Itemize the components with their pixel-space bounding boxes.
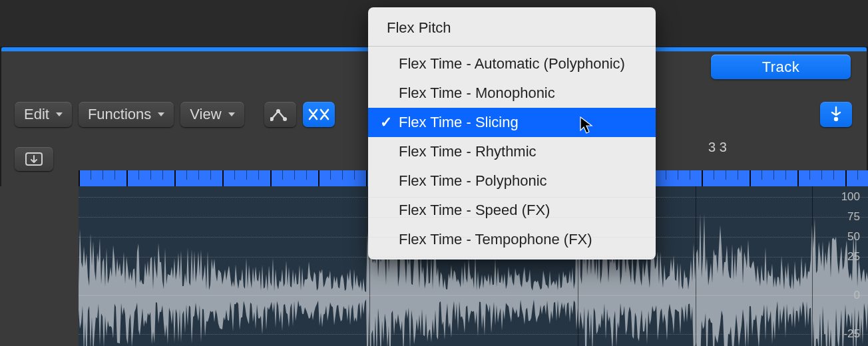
editor-toolbar: Edit Functions View: [15, 100, 335, 129]
gridline: [79, 295, 868, 296]
automation-icon[interactable]: [264, 102, 296, 127]
flex-menu-item[interactable]: Flex Time - Polyphonic: [368, 166, 656, 196]
gridline: [79, 237, 868, 238]
flex-menu-item[interactable]: Flex Time - Automatic (Polyphonic): [368, 49, 656, 79]
flex-menu-item[interactable]: Flex Time - Monophonic: [368, 79, 656, 108]
gridline: [79, 197, 868, 198]
flex-menu-item[interactable]: Flex Time - Tempophone (FX): [368, 225, 656, 254]
flex-icon[interactable]: [303, 102, 335, 127]
flex-menu-header[interactable]: Flex Pitch: [368, 13, 656, 43]
view-menu[interactable]: View: [180, 102, 244, 127]
flex-menu-item-selected[interactable]: Flex Time - Slicing: [368, 108, 656, 137]
catch-icon[interactable]: [820, 102, 852, 127]
edit-menu[interactable]: Edit: [15, 102, 72, 127]
menu-separator: [368, 46, 656, 47]
flex-mode-menu: Flex Pitch Flex Time - Automatic (Polyph…: [368, 7, 656, 260]
ruler-bar-label: 3 3: [708, 140, 727, 155]
flex-menu-item[interactable]: Flex Time - Speed (FX): [368, 196, 656, 225]
svg-point-1: [276, 109, 280, 113]
svg-point-2: [283, 117, 287, 121]
svg-point-3: [834, 117, 838, 121]
editor-toolbar-right: [820, 100, 852, 129]
gridline: [79, 257, 868, 258]
info-panel-toggle[interactable]: [15, 147, 53, 171]
gridline: [79, 217, 868, 218]
functions-menu[interactable]: Functions: [79, 102, 174, 127]
track-tab-button[interactable]: Track: [711, 55, 851, 79]
flex-menu-item[interactable]: Flex Time - Rhythmic: [368, 137, 656, 166]
transient-marker[interactable]: [812, 186, 813, 346]
gridline: [79, 334, 868, 335]
info-panel-icon: [25, 152, 43, 166]
amplitude-axis: [0, 186, 79, 346]
transient-marker[interactable]: [696, 186, 696, 346]
